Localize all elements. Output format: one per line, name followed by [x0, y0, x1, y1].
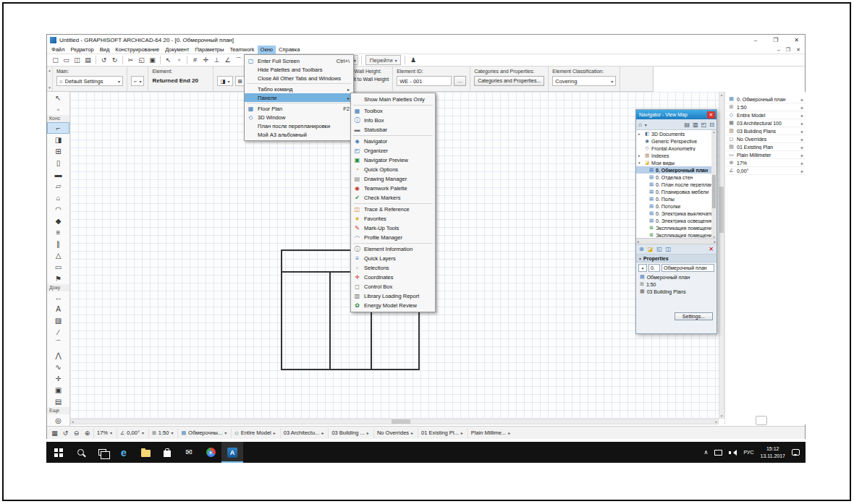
- add-view-icon[interactable]: ⊕: [639, 246, 644, 252]
- vertical-scroll-thumb[interactable]: [719, 187, 724, 233]
- menu-item-panels[interactable]: Панели ▸: [245, 93, 353, 102]
- close-button[interactable]: ✕: [794, 37, 799, 43]
- tree-item-electrics-lighting[interactable]: ▤ 0. Электрика освещение: [636, 217, 711, 224]
- tree-item-indexes[interactable]: ▸ ▥ Indexes: [636, 152, 711, 159]
- save-icon[interactable]: ◫: [72, 55, 83, 65]
- minimize-button[interactable]: –: [754, 37, 757, 43]
- figure-tool[interactable]: ▣: [47, 384, 69, 396]
- menu-item-energy-model-review[interactable]: ✿ Energy Model Review: [351, 301, 435, 310]
- archicad-taskbar-button[interactable]: A: [221, 442, 243, 463]
- tree-item-frontal-axonometry[interactable]: ◇ Frontal Axonometry: [636, 145, 711, 152]
- menu-item-trace-reference[interactable]: ◫ Trace & Reference: [351, 205, 435, 214]
- paste-icon[interactable]: ▣: [147, 55, 158, 65]
- railing-tool[interactable]: ∥: [47, 238, 69, 249]
- tray-flyout-icon[interactable]: [756, 416, 767, 425]
- geometry-method-dropdown[interactable]: ◨ ▾: [217, 76, 232, 86]
- properties-header[interactable]: ▾ Properties: [636, 255, 716, 262]
- arc-tool[interactable]: ⌒: [47, 338, 69, 349]
- tree-horizontal-scrollbar[interactable]: ◂ ▸: [636, 239, 716, 244]
- tree-item-my-views[interactable]: ▾ ◪ Мои виды: [636, 159, 711, 166]
- quick-option-view[interactable]: ▤ 0. Обмерочный план ▸: [726, 95, 806, 103]
- redo-icon[interactable]: ↻: [109, 55, 120, 65]
- doc-close-button[interactable]: ✕: [796, 47, 800, 53]
- menu-design[interactable]: Конструирование: [112, 46, 162, 54]
- quick-option-rotation[interactable]: ∠ 0,00° ▸: [726, 167, 806, 175]
- shell-tool[interactable]: ◠: [47, 203, 69, 215]
- quick-option-layers[interactable]: ▦ 03 Architectural 100 ▸: [726, 119, 806, 127]
- zoom-in-icon[interactable]: ⊕: [83, 430, 92, 437]
- tree-item-floors[interactable]: ▤ 0. Полы: [636, 195, 711, 202]
- tree-item-3d-documents[interactable]: ▸ ◧ 3D Documents: [636, 130, 711, 137]
- menu-item-element-information[interactable]: ⓘ Element Information: [351, 244, 435, 254]
- layout-book-icon[interactable]: ◰: [701, 121, 707, 128]
- menu-item-plan-after-replanning[interactable]: План после перепланировки: [245, 121, 353, 130]
- scroll-up-icon[interactable]: ▴: [713, 130, 714, 134]
- door-tool[interactable]: ◨: [47, 134, 69, 145]
- menu-item-markup-tools[interactable]: ✎ Mark-Up Tools: [351, 223, 435, 233]
- categories-button[interactable]: Categories and Properties...: [474, 76, 544, 86]
- more-tool[interactable]: ◎: [47, 414, 69, 426]
- wall-tool[interactable]: ⌐: [47, 122, 69, 134]
- menu-item-my-a3-layout[interactable]: Мой А3 альбомный: [245, 130, 353, 139]
- spline-tool[interactable]: ∿: [47, 361, 69, 372]
- menu-item-info-box[interactable]: ⓘ Info Box: [351, 116, 435, 125]
- arrow-tool[interactable]: ↖: [47, 92, 69, 103]
- menu-item-selections[interactable]: ▫ Selections: [351, 263, 435, 273]
- navigator-close-button[interactable]: ✕: [707, 111, 715, 119]
- layer-combination-dropdown[interactable]: 03 Architectu... ▸: [280, 428, 327, 438]
- file-explorer-button[interactable]: [135, 442, 156, 463]
- display-icon[interactable]: [714, 450, 722, 456]
- pen-set-dropdown[interactable]: 03 Building ... ▸: [328, 428, 371, 438]
- language-indicator[interactable]: РУС: [743, 450, 753, 455]
- menu-item-statusbar[interactable]: ▬ Statusbar: [351, 125, 435, 134]
- slab-tool[interactable]: ▱: [47, 180, 69, 192]
- menu-item-floor-plan[interactable]: ▦ Floor Plan F2: [245, 104, 353, 113]
- angle-snap-icon[interactable]: ∠: [222, 55, 233, 65]
- copy-icon[interactable]: ◱: [136, 55, 147, 65]
- quick-option-scale[interactable]: ⊞ 1:50 ▸: [726, 103, 806, 111]
- mesh-tool[interactable]: △: [47, 249, 69, 261]
- quick-option-zoom[interactable]: ⊕ 17% ▸: [726, 159, 806, 167]
- infobox-scroller[interactable]: ▴ ▾: [47, 67, 53, 91]
- tree-item-room-schedule-2[interactable]: ⊞ Экспликация помещений: [636, 231, 711, 239]
- maximize-button[interactable]: ❐: [773, 37, 778, 43]
- print-icon[interactable]: ▤: [83, 55, 93, 65]
- line-tool[interactable]: ∕: [47, 326, 69, 338]
- publisher-icon[interactable]: ⊡: [709, 121, 714, 128]
- quick-option-overrides[interactable]: ◻ No Overrides ▸: [726, 135, 806, 143]
- menu-item-drawing-manager[interactable]: ▤ Drawing Manager: [351, 174, 435, 184]
- classification-dropdown[interactable]: Covering ▾: [552, 76, 616, 86]
- tree-item-survey-plan[interactable]: ▤ 0. Обмерочный план: [636, 166, 711, 174]
- morph-tool[interactable]: ◆: [47, 215, 69, 226]
- roof-tool[interactable]: ⌂: [47, 192, 69, 203]
- zoom-level-dropdown[interactable]: 17% ▾: [93, 428, 115, 438]
- open-file-icon[interactable]: ▭: [61, 55, 72, 65]
- collapse-icon[interactable]: ▾: [638, 161, 643, 165]
- object-tool[interactable]: ⚑: [47, 273, 69, 284]
- menu-item-toolbox[interactable]: ▦ Toolbox: [351, 106, 435, 116]
- tree-item-furniture-layout[interactable]: ▤ 0. Планировка мебели: [636, 188, 711, 195]
- element-id-field[interactable]: WE - 001: [397, 76, 452, 86]
- horizontal-scroll-thumb[interactable]: [392, 419, 410, 424]
- delete-view-icon[interactable]: ✕: [709, 246, 714, 252]
- menu-edit[interactable]: Редактор: [67, 46, 96, 54]
- scroll-left-icon[interactable]: ◂: [72, 419, 74, 424]
- menu-help[interactable]: Справка: [276, 46, 303, 54]
- settings-button[interactable]: Settings...: [675, 312, 713, 320]
- scroll-down-icon[interactable]: ▾: [48, 85, 51, 90]
- quick-option-pen-set[interactable]: ▥ 03 Building Plans ▸: [726, 127, 806, 135]
- goto-button[interactable]: Перейти ▾: [365, 55, 402, 65]
- menu-item-profile-manager[interactable]: ◠ Profile Manager: [351, 233, 435, 242]
- polyline-tool[interactable]: ⋀: [47, 349, 69, 361]
- tree-item-wall-finish[interactable]: ▤ 0. Отделка стен: [636, 174, 711, 181]
- vertical-scrollbar[interactable]: ▴ ▾: [719, 92, 724, 419]
- scroll-up-icon[interactable]: ▴: [48, 68, 51, 72]
- gravity-icon[interactable]: ⊥: [211, 55, 222, 65]
- menu-view[interactable]: Вид: [97, 46, 113, 54]
- menu-item-3d-window[interactable]: ◇ 3D Window: [245, 113, 353, 121]
- doc-minimize-button[interactable]: –: [777, 47, 780, 53]
- chevron-down-icon[interactable]: ▾: [645, 122, 647, 127]
- menu-item-coordinates[interactable]: ✛ Coordinates: [351, 273, 435, 282]
- new-file-icon[interactable]: ▢: [50, 55, 61, 65]
- chrome-button[interactable]: [200, 442, 221, 463]
